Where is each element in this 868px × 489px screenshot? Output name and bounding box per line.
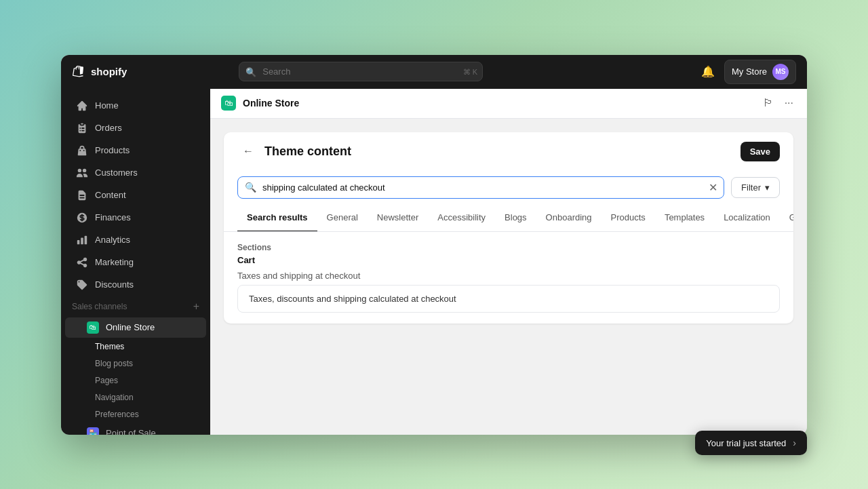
store-name: My Store <box>732 66 767 77</box>
content-label: Content <box>95 190 126 200</box>
sales-channels-label: Sales channels <box>72 302 127 311</box>
products-label: Products <box>95 145 130 155</box>
online-store-label: Online Store <box>106 322 155 332</box>
taxes-label: Taxes and shipping at checkout <box>237 271 780 281</box>
sidebar-subitem-blog-posts[interactable]: Blog posts <box>65 355 206 372</box>
sidebar-item-discounts[interactable]: Discounts <box>65 274 206 296</box>
back-button[interactable]: ← <box>237 142 259 160</box>
tab-localization[interactable]: Localization <box>714 207 780 232</box>
sidebar-item-home[interactable]: Home <box>65 95 206 117</box>
notifications-button[interactable]: 🔔 <box>698 62 717 81</box>
filter-label: Filter <box>741 182 761 193</box>
preferences-label: Preferences <box>95 410 139 419</box>
sidebar-nav: Home Orders Products <box>61 89 210 435</box>
result-text-box[interactable]: Taxes, discounts and shipping calculated… <box>237 285 780 313</box>
results-area: Sections Cart Taxes and shipping at chec… <box>224 232 793 324</box>
sidebar-subitem-themes[interactable]: Themes <box>65 338 206 355</box>
panel-title: Theme content <box>264 144 351 159</box>
sidebar-item-online-store[interactable]: 🛍 Online Store <box>65 317 206 338</box>
topbar: shopify 🔍 ⌘ K 🔔 My Store MS <box>61 55 807 89</box>
orders-label: Orders <box>95 123 122 133</box>
flag-button[interactable]: 🏳 <box>760 94 776 112</box>
filter-button[interactable]: Filter ▾ <box>731 177 780 198</box>
more-options-button[interactable]: ··· <box>782 94 796 112</box>
tab-newsletter[interactable]: Newsletter <box>368 207 428 232</box>
avatar: MS <box>772 64 789 80</box>
topbar-search[interactable]: 🔍 ⌘ K <box>239 62 483 81</box>
clear-icon[interactable]: ✕ <box>709 181 717 194</box>
tab-search-results[interactable]: Search results <box>237 207 317 232</box>
search-container: 🔍 ✕ Filter ▾ <box>224 168 793 207</box>
marketing-label: Marketing <box>95 257 134 267</box>
tab-gift-cards[interactable]: Gift cards <box>780 207 793 232</box>
blog-posts-label: Blog posts <box>95 359 133 368</box>
trial-text: Your trial just started <box>706 438 786 448</box>
home-label: Home <box>95 100 119 111</box>
content-header-actions: 🏳 ··· <box>760 94 796 112</box>
theme-content-card: ← Theme content Save 🔍 ✕ Filte <box>224 132 793 324</box>
sidebar-item-orders[interactable]: Orders <box>65 117 206 139</box>
sidebar-item-content[interactable]: Content <box>65 184 206 206</box>
themes-label: Themes <box>95 342 124 351</box>
tab-products[interactable]: Products <box>601 207 655 232</box>
content-header: 🛍 Online Store 🏳 ··· <box>210 89 807 119</box>
topbar-search-input[interactable] <box>239 62 483 81</box>
sales-channels-header: Sales channels + <box>61 296 210 317</box>
content-area: 🛍 Online Store 🏳 ··· ← Theme content <box>210 89 807 435</box>
sidebar-item-customers[interactable]: Customers <box>65 162 206 184</box>
panel-header: ← Theme content Save <box>224 132 793 168</box>
filter-chevron-icon: ▾ <box>765 182 770 193</box>
sidebar-subitem-navigation[interactable]: Navigation <box>65 389 206 406</box>
tab-onboarding[interactable]: Onboarding <box>536 207 601 232</box>
sections-label: Sections <box>237 243 780 252</box>
tab-templates[interactable]: Templates <box>655 207 714 232</box>
logo-text: shopify <box>91 66 127 77</box>
analytics-label: Analytics <box>95 235 130 245</box>
save-button[interactable]: Save <box>741 142 780 161</box>
sidebar-item-marketing[interactable]: Marketing <box>65 252 206 273</box>
content-header-icon: 🛍 <box>221 96 236 111</box>
trial-banner[interactable]: Your trial just started › <box>695 431 807 455</box>
customers-label: Customers <box>95 168 138 178</box>
tabs-bar: Search results General Newsletter Access… <box>224 207 793 232</box>
sales-channels-add-button[interactable]: + <box>193 300 199 313</box>
content-header-title: Online Store <box>243 98 753 109</box>
main-layout: Home Orders Products <box>61 89 807 435</box>
search-icon: 🔍 <box>245 182 256 193</box>
discounts-label: Discounts <box>95 279 134 290</box>
trial-chevron-icon: › <box>793 437 796 448</box>
search-shortcut: ⌘ K <box>463 67 477 76</box>
sidebar-item-products[interactable]: Products <box>65 140 206 161</box>
pages-label: Pages <box>95 376 118 385</box>
pos-icon: 🏪 <box>87 427 99 435</box>
store-selector-button[interactable]: My Store MS <box>724 60 796 84</box>
sidebar-item-finances[interactable]: Finances <box>65 207 206 229</box>
sidebar-item-analytics[interactable]: Analytics <box>65 229 206 251</box>
tab-accessibility[interactable]: Accessibility <box>428 207 495 232</box>
shopify-logo: shopify <box>72 64 127 79</box>
sidebar-subitem-preferences[interactable]: Preferences <box>65 406 206 423</box>
finances-label: Finances <box>95 212 131 222</box>
search-box: 🔍 ✕ <box>237 176 724 199</box>
theme-search-input[interactable] <box>237 176 724 199</box>
sidebar-item-point-of-sale[interactable]: 🏪 Point of Sale <box>65 423 206 435</box>
sidebar: Home Orders Products <box>61 89 210 435</box>
cart-label: Cart <box>237 255 780 265</box>
topbar-right: 🔔 My Store MS <box>698 60 796 84</box>
tab-blogs[interactable]: Blogs <box>495 207 536 232</box>
result-text: Taxes, discounts and shipping calculated… <box>249 294 456 304</box>
pos-label: Point of Sale <box>106 428 156 435</box>
tab-general[interactable]: General <box>317 207 368 232</box>
main-panel: ← Theme content Save 🔍 ✕ Filte <box>210 119 807 435</box>
online-store-icon: 🛍 <box>87 321 99 334</box>
navigation-label: Navigation <box>95 393 134 402</box>
search-icon: 🔍 <box>245 66 256 77</box>
sidebar-subitem-pages[interactable]: Pages <box>65 372 206 389</box>
